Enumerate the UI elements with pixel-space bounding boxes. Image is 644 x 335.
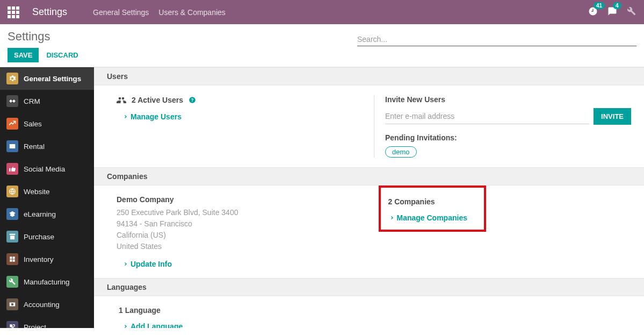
- sidebar-item-label: eLearning: [24, 210, 56, 218]
- sidebar-item-general-settings[interactable]: General Settings: [0, 67, 94, 90]
- users-icon: [117, 95, 126, 105]
- sidebar-item-label: Project: [24, 323, 46, 329]
- topbar: Settings General Settings Users & Compan…: [0, 0, 644, 24]
- sidebar-item-website[interactable]: Website: [0, 180, 94, 203]
- activities-tray[interactable]: 41: [588, 6, 598, 18]
- sidebar-item-label: Manufacturing: [24, 278, 70, 286]
- control-panel: Settings SAVE DISCARD: [0, 24, 644, 67]
- pending-invitations-label: Pending Invitations:: [385, 133, 631, 142]
- settings-sidebar: General Settings CRM Sales Rental Social…: [0, 67, 94, 328]
- languages-count: 1 Language: [119, 306, 363, 315]
- save-button[interactable]: SAVE: [8, 48, 39, 62]
- sidebar-item-project[interactable]: Project: [0, 316, 94, 328]
- topbar-nav: General Settings Users & Companies: [93, 8, 226, 17]
- sidebar-item-label: General Settings: [24, 75, 81, 83]
- page-title: Settings: [8, 30, 357, 44]
- sidebar-item-label: Purchase: [24, 233, 54, 241]
- debug-menu[interactable]: [627, 6, 636, 18]
- company-address-line: 250 Executive Park Blvd, Suite 3400: [117, 207, 363, 218]
- highlight-annotation: 2 Companies Manage Companies: [379, 186, 486, 232]
- messages-tray[interactable]: 4: [607, 6, 617, 18]
- globe-icon: [6, 186, 18, 197]
- arrow-right-icon: [122, 114, 127, 119]
- manage-companies-link[interactable]: Manage Companies: [388, 213, 476, 222]
- wrench-icon: [627, 6, 636, 16]
- arrow-right-icon: [388, 215, 394, 220]
- boxes-icon: [6, 253, 18, 265]
- chart-icon: [6, 118, 18, 130]
- sidebar-item-label: CRM: [24, 97, 40, 105]
- section-companies-header: Companies: [94, 167, 644, 186]
- sidebar-item-elearning[interactable]: eLearning: [0, 203, 94, 225]
- add-language-link[interactable]: Add Language: [122, 322, 363, 328]
- search-input[interactable]: [357, 33, 636, 46]
- active-users-count: 2 Active Users: [132, 96, 183, 104]
- money-icon: [6, 298, 18, 310]
- nav-users-companies[interactable]: Users & Companies: [158, 8, 226, 17]
- update-info-link[interactable]: Update Info: [122, 260, 363, 268]
- apps-icon[interactable]: [8, 6, 19, 18]
- sidebar-item-label: Inventory: [24, 255, 54, 263]
- messages-badge: 4: [613, 2, 621, 9]
- svg-text:?: ?: [191, 98, 193, 103]
- sidebar-item-label: Rental: [24, 142, 45, 151]
- sidebar-item-social-media[interactable]: Social Media: [0, 158, 94, 180]
- company-address-line: United States: [117, 241, 363, 252]
- sidebar-item-purchase[interactable]: Purchase: [0, 225, 94, 248]
- manage-users-link[interactable]: Manage Users: [122, 112, 363, 121]
- sidebar-item-label: Sales: [24, 120, 42, 128]
- invite-new-users-label: Invite New Users: [385, 95, 631, 104]
- puzzle-icon: [6, 321, 18, 328]
- sidebar-item-manufacturing[interactable]: Manufacturing: [0, 270, 94, 293]
- sidebar-item-sales[interactable]: Sales: [0, 112, 94, 135]
- wrench-icon: [6, 276, 18, 288]
- company-address-line: 94134 - San Francisco: [117, 218, 363, 230]
- company-name: Demo Company: [117, 195, 363, 204]
- sidebar-item-label: Accounting: [24, 301, 60, 309]
- sidebar-item-label: Social Media: [24, 165, 65, 173]
- nav-general-settings[interactable]: General Settings: [93, 8, 149, 17]
- section-users-header: Users: [94, 67, 644, 85]
- help-icon[interactable]: ?: [189, 96, 196, 104]
- invite-button[interactable]: INVITE: [594, 108, 631, 125]
- arrow-right-icon: [122, 324, 127, 328]
- discard-button[interactable]: DISCARD: [46, 51, 78, 59]
- handshake-icon: [6, 95, 18, 107]
- company-address-line: California (US): [117, 230, 363, 241]
- cart-icon: [6, 231, 18, 243]
- thumbs-up-icon: [6, 163, 18, 175]
- settings-content: Users 2 Active Users ? Manage Users Invi…: [94, 67, 644, 328]
- graduation-icon: [6, 208, 18, 220]
- sidebar-item-crm[interactable]: CRM: [0, 90, 94, 112]
- app-title: Settings: [32, 6, 67, 18]
- key-icon: [6, 140, 18, 152]
- invite-email-input[interactable]: [385, 109, 589, 124]
- sidebar-item-label: Website: [24, 188, 50, 196]
- companies-count: 2 Companies: [388, 197, 476, 206]
- sidebar-item-inventory[interactable]: Inventory: [0, 248, 94, 270]
- sidebar-item-accounting[interactable]: Accounting: [0, 293, 94, 316]
- activities-badge: 41: [594, 2, 605, 9]
- arrow-right-icon: [122, 261, 127, 267]
- gear-icon: [6, 73, 18, 84]
- pending-invitation-chip[interactable]: demo: [385, 146, 417, 158]
- section-languages-header: Languages: [94, 278, 644, 296]
- sidebar-item-rental[interactable]: Rental: [0, 135, 94, 158]
